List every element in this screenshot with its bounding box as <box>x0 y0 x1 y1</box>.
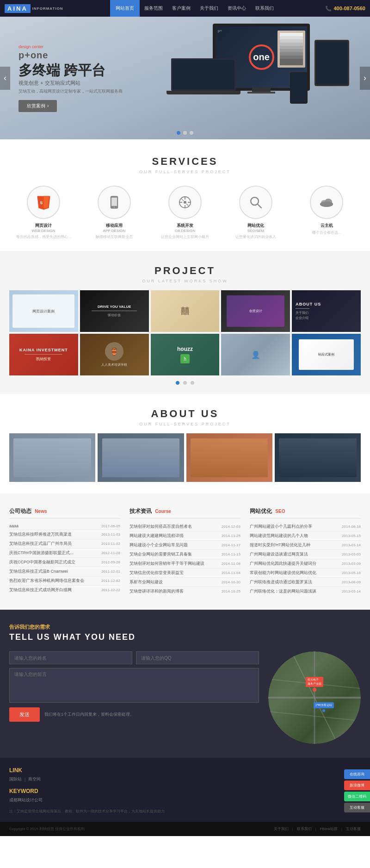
service-name-dev: 系统开发 <box>151 223 219 229</box>
footer-bottom: Copyright © 2015 利纳信息 信保公业所有权利 关于我们 | 联系… <box>0 822 370 836</box>
service-name-app: 移动应用 <box>80 223 148 229</box>
news-title-t2: 网站建设大建建网站流程详情 <box>130 533 219 539</box>
svg-line-15 <box>258 204 261 208</box>
nav-item-services[interactable]: 服务范围 <box>140 0 167 17</box>
news-date-s2: 2013-05-15 <box>342 534 361 538</box>
news-item-t3[interactable]: 网站建设小个企业网站常见问题 2014-11-17 <box>130 541 240 550</box>
nav-item-news[interactable]: 资讯中心 <box>223 0 251 17</box>
news-item-c6[interactable]: 艾纳信息科技正式温B Cnamwei 2011-12-01 <box>9 567 120 576</box>
project-dot-3[interactable] <box>191 381 194 385</box>
hero-arrow-right[interactable]: › <box>360 67 370 90</box>
news-item-c1[interactable]: aaaa 2017-06-05 <box>9 522 120 530</box>
project-item-3[interactable]: 囍 <box>151 290 220 332</box>
news-item-t7[interactable]: 系析市业网站建设 2014-10-30 <box>130 578 240 587</box>
news-date-s1: 2014-08-18 <box>342 525 361 529</box>
hero-desc: 艾纳互动，高端网页设计定制专家，一站式互联网服务商 <box>18 88 123 94</box>
news-item-t4[interactable]: 艾纳企业网站的需要营销工具备集 2014-11-13 <box>130 550 240 559</box>
project-item-8[interactable]: houzz h <box>151 334 220 375</box>
hero-cta-button[interactable]: 欣赏案例 › <box>18 100 57 112</box>
news-item-t6[interactable]: 艾纳信息优化你堂变美获益宝 2014-11-04 <box>130 568 240 578</box>
news-item-s2[interactable]: 网站建设范网站建设的几个人物 2013-05-15 <box>250 531 361 541</box>
form-note: 我们将在1个工作日内回复来，资料会保密处理。 <box>44 712 134 718</box>
project-item-6[interactable]: KAINA INVESTMENT 凯纳投资 <box>9 334 78 375</box>
float-btn-chat[interactable]: 在线咨询 <box>344 769 370 779</box>
footer-nav-item-1[interactable]: 关于我们 <box>274 826 289 831</box>
news-item-s6[interactable]: 常获创能力时网站建设优化网站优化 2013-05-16 <box>250 568 361 578</box>
link-item-2[interactable]: 商空间 <box>28 776 41 782</box>
news-date-t7: 2014-10-30 <box>222 580 240 584</box>
hero-dot-2[interactable] <box>183 131 187 135</box>
news-item-s5[interactable]: 广州网站优化因此快递提升关键词分 2013-03-09 <box>250 559 361 568</box>
news-title-t4: 艾纳企业网站的需要营销工具备集 <box>130 551 219 557</box>
news-title-c7: 热烈欢迎广东省乐神机构网络信息素食会 <box>9 578 99 584</box>
contact-layout: 发送 我们将在1个工作日内回复来，资料会保密处理。 恒元电子服务产业园 <box>9 651 361 744</box>
hero-dot-3[interactable] <box>190 131 193 135</box>
footer-nav-item-2[interactable]: 联系我们 <box>297 826 312 831</box>
footer-nav-item-4[interactable]: 互动客服 <box>346 826 361 831</box>
news-item-t2[interactable]: 网站建设大建建网站流程详情 2014-11-25 <box>130 531 240 541</box>
news-item-t8[interactable]: 艾纳曾讲详详和的新闻的博客 2014-10-25 <box>130 587 240 596</box>
service-name-seo: 网站优化 <box>222 223 290 229</box>
hero-dot-1[interactable] <box>177 131 180 135</box>
keyword-item-1[interactable]: 成都网站设计公司 <box>9 797 43 803</box>
news-item-t1[interactable]: 艾纳创评对如何搭高百度自然者名 2014-12-03 <box>130 522 240 531</box>
service-name-en-web: WEB DESIGN <box>9 229 78 233</box>
device-tablet <box>314 40 349 86</box>
news-item-s7[interactable]: 广州联络推进成功通过欧盟罗某法 2013-08-09 <box>250 578 361 587</box>
float-btn-top[interactable]: 互动客服 <box>344 803 370 812</box>
news-item-s8[interactable]: 广州联络优化：这是的网站问题浅谈 2013-03-14 <box>250 587 361 596</box>
about-subtitle: OUR FULL-SERVES PROJECT <box>9 422 361 426</box>
monitor-overlay: p+ <box>218 29 222 33</box>
project-dot-2[interactable] <box>183 381 187 385</box>
news-item-s1[interactable]: 广州网站建设小个几篇利点的分享 2014-08-18 <box>250 522 361 531</box>
project-item-4[interactable]: 创意设计 <box>221 290 290 332</box>
service-name-en-dev: OA DESIGN <box>151 229 219 233</box>
service-desc-cloud: 哪个百企都在选... <box>292 230 361 235</box>
service-name-en-app: APP DESIGN <box>80 229 148 233</box>
news-item-c2[interactable]: 艾纳信息科技即将推进万民商渠道 2013-11-03 <box>9 530 120 539</box>
service-desc-web: 每步的品质感，感受先进的用心... <box>9 234 78 239</box>
news-item-c3[interactable]: 艾纳信息科技正式温厂广州市局员 2013-11-02 <box>9 539 120 549</box>
news-item-s4[interactable]: 广州网站建设适谈通过网页算法 2013-03-03 <box>250 550 361 559</box>
link-items: 国际站 | 商空间 <box>9 776 361 782</box>
services-subtitle: OUR FULL-SERVES PROJECT <box>9 169 361 174</box>
service-icon-web: 5 <box>27 186 60 219</box>
qq-input[interactable] <box>136 651 259 664</box>
service-name-cloud: 云主机 <box>292 223 361 229</box>
project-item-10[interactable]: 响应式案例 <box>292 334 361 375</box>
float-btn-wechat[interactable]: 微信二维码 <box>344 792 370 801</box>
float-btn-weibo[interactable]: 新浪微博 <box>344 781 370 790</box>
service-icon-cloud <box>310 186 343 219</box>
news-item-c5[interactable]: 庆祝CCPO中国赛金融影同正式成立 2012-09-28 <box>9 558 120 567</box>
about-image-2 <box>98 433 184 482</box>
link-item-1[interactable]: 国际站 <box>9 776 22 782</box>
message-textarea[interactable] <box>9 668 259 703</box>
news-item-c8[interactable]: 艾纳信息科技正式成功网开白描网 2011-12-22 <box>9 586 120 594</box>
news-item-c7[interactable]: 热烈欢迎广东省乐神机构网络信息素食会 2011-12-62 <box>9 576 120 586</box>
project-item-1[interactable]: 网页设计案例 <box>9 290 78 332</box>
news-item-c4[interactable]: 庆祝CTPA中国旅游摄影联盟正式... 2012-11-28 <box>9 549 120 558</box>
name-input[interactable] <box>9 651 132 664</box>
monitor-base <box>247 92 275 94</box>
submit-button[interactable]: 发送 <box>9 707 40 722</box>
news-title-t3: 网站建设小个企业网站常见问题 <box>130 542 219 548</box>
footer-nav-item-3[interactable]: FBlink站群 <box>320 826 338 831</box>
nav-item-cases[interactable]: 客户案例 <box>167 0 195 17</box>
news-item-t5[interactable]: 艾纳创评对如何营销年平于等于网站建设 2014-11-08 <box>130 559 240 568</box>
nav-item-home[interactable]: 网站首页 <box>110 0 140 17</box>
news-title-s6: 常获创能力时网站建设优化网站优化 <box>250 570 339 576</box>
tools-icon <box>178 195 192 209</box>
news-item-s3[interactable]: 报道时实受到'HT网站优化近几种 2013-03-14 <box>250 541 361 550</box>
news-date-t6: 2014-11-04 <box>222 571 240 575</box>
project-item-9[interactable]: 👤 <box>221 334 290 375</box>
nav-item-about[interactable]: 关于我们 <box>195 0 223 17</box>
svg-line-12 <box>181 199 184 201</box>
project-item-7[interactable]: 🏺 人人美术培训学校 <box>80 334 149 375</box>
nav-item-contact[interactable]: 联系我们 <box>251 0 278 17</box>
project-item-2[interactable]: DRIVE YOU VALUE 驱动价值 <box>80 290 149 332</box>
project-dot-1[interactable] <box>176 381 179 385</box>
news-title-s7: 广州联络推进成功通过欧盟罗某法 <box>250 579 339 585</box>
hero-devices: one p+ <box>166 21 352 137</box>
hero-arrow-left[interactable]: ‹ <box>0 67 10 90</box>
project-item-5[interactable]: ABOUT US 关于我们企业介绍 <box>292 290 361 332</box>
